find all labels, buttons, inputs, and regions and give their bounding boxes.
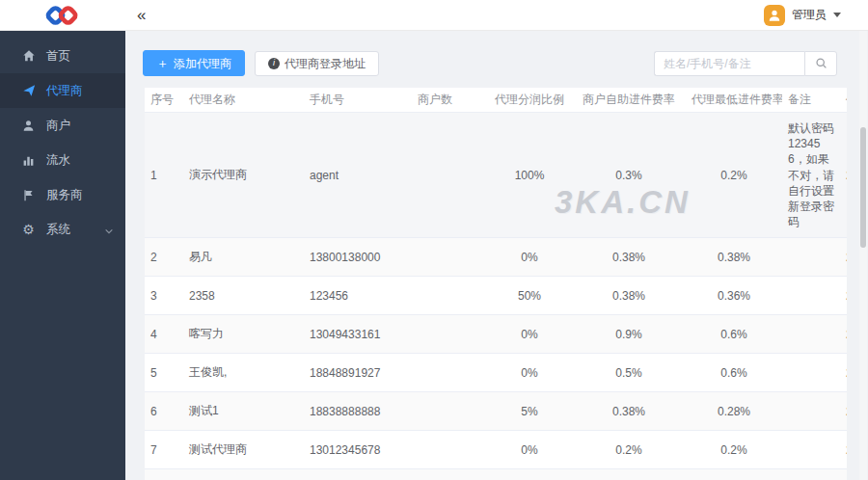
table-cell — [412, 238, 487, 277]
agent-login-address-label: 代理商登录地址 — [285, 58, 366, 69]
table-cell: 默认密码123456，如果不对，请自行设置新登录密码 — [782, 113, 840, 238]
toolbar: ＋ 添加代理商 i 代理商登录地址 — [125, 31, 868, 86]
add-agent-button[interactable]: ＋ 添加代理商 — [143, 50, 245, 76]
scrollbar-thumb[interactable] — [860, 127, 866, 248]
table-cell: 8 — [145, 469, 183, 480]
table-cell: 0% — [487, 238, 572, 277]
user-name: 管理员 — [792, 7, 827, 23]
search-button[interactable] — [804, 51, 837, 76]
sidebar-item-label: 商户 — [46, 118, 70, 134]
plus-icon: ＋ — [156, 57, 169, 69]
sidebar-item-label: 流水 — [46, 152, 70, 169]
column-header: 代理分润比例 — [487, 88, 572, 113]
table-cell: 喀写力 — [183, 315, 304, 354]
gear-icon: ⚙ — [21, 223, 36, 237]
sidebar-item-providers[interactable]: 服务商 — [0, 177, 125, 212]
table-cell: 0% — [487, 354, 572, 392]
sidebar-item-label: 代理商 — [46, 83, 83, 99]
table-row: 6测试1188388888885%0.38%0.28%2 — [145, 392, 847, 431]
table-cell: 0.28% — [686, 392, 782, 431]
sidebar-item-system[interactable]: ⚙ 系统 — [0, 212, 125, 247]
table-cell: 18838888888 — [304, 392, 412, 431]
table-cell — [412, 469, 487, 480]
table-cell: 5 — [145, 354, 183, 392]
table-cell: 2 — [145, 238, 183, 277]
table-cell: 123456789 — [304, 469, 412, 480]
table-row: 8哦哦1234567890%0.5%0.25%2 — [145, 469, 847, 480]
table-row: 1演示代理商agent100%0.3%0.2%默认密码123456，如果不对，请… — [145, 113, 847, 238]
table-cell — [782, 431, 840, 469]
user-menu[interactable]: 管理员 — [764, 5, 841, 26]
app-window: « 管理员 首页 代理商 — [0, 0, 868, 480]
sidebar-item-transactions[interactable]: 流水 — [0, 143, 125, 177]
table-cell: 0.2% — [686, 431, 782, 469]
table-cell: 演示代理商 — [183, 113, 304, 238]
table-cell — [412, 431, 487, 469]
table-cell: 0.5% — [572, 469, 686, 480]
sidebar-item-merchants[interactable]: 商户 — [0, 108, 125, 143]
column-header: 商户数 — [412, 88, 487, 113]
table-row: 3235812345650%0.38%0.36%2 — [145, 277, 847, 315]
search-icon — [815, 57, 827, 69]
table-cell: 0.5% — [572, 354, 686, 392]
user-icon — [21, 119, 36, 133]
table-cell: 2 — [840, 469, 847, 480]
table-cell — [412, 113, 487, 238]
column-header: 代理最低进件费率 — [686, 88, 782, 113]
table-cell: 2358 — [183, 277, 304, 315]
table-cell: 0.25% — [686, 469, 782, 480]
table-cell: 0% — [487, 469, 572, 480]
table-cell: 5% — [487, 392, 572, 431]
table-cell: 13049433161 — [304, 315, 412, 354]
table-cell — [412, 354, 487, 392]
table-row: 7测试代理商130123456780%0.2%0.2%2 — [145, 431, 847, 469]
table-row: 4喀写力130494331610%0.9%0.6%2 — [145, 315, 847, 354]
avatar — [764, 5, 785, 26]
sidebar-item-agents[interactable]: 代理商 — [0, 73, 125, 108]
table-cell: 2 — [840, 113, 847, 238]
table-body: 1演示代理商agent100%0.3%0.2%默认密码123456，如果不对，请… — [145, 113, 847, 480]
table-cell: 0% — [487, 431, 572, 469]
table-cell: 0.36% — [686, 277, 782, 315]
sidebar-collapse-icon[interactable]: « — [137, 7, 146, 23]
table-cell: 0.6% — [686, 354, 782, 392]
table-cell: 0.38% — [572, 277, 686, 315]
table-cell: 0.3% — [572, 113, 686, 238]
scrollbar-track[interactable] — [859, 31, 867, 480]
table-cell: 易凡 — [183, 238, 304, 277]
brand-logo-icon — [41, 2, 85, 29]
table-cell: 0.6% — [686, 315, 782, 354]
table-cell — [412, 315, 487, 354]
table-row: 2易凡138001380000%0.38%0.38%2 — [145, 238, 847, 277]
column-header: 序号 — [145, 88, 183, 113]
table-cell — [412, 277, 487, 315]
table-row: 5王俊凯,188488919270%0.5%0.6%2 — [145, 354, 847, 392]
table-cell: 0.38% — [572, 392, 686, 431]
table-cell — [782, 315, 840, 354]
table-cell: 13012345678 — [304, 431, 412, 469]
agents-table: 序号代理名称手机号商户数代理分润比例商户自助进件费率代理最低进件费率备注创建时间… — [145, 88, 847, 480]
table-cell: 0.9% — [572, 315, 686, 354]
sidebar-item-home[interactable]: 首页 — [0, 39, 125, 73]
chevron-down-icon — [104, 226, 114, 239]
column-header: 备注 — [782, 88, 840, 113]
chart-icon — [21, 153, 36, 168]
table-cell: 2 — [840, 315, 847, 354]
table-cell: 0.2% — [572, 431, 686, 469]
info-icon: i — [268, 58, 280, 69]
caret-down-icon — [833, 13, 841, 17]
column-header: 代理名称 — [183, 88, 304, 113]
search-input[interactable] — [654, 51, 804, 76]
logo — [0, 2, 125, 29]
table-cell: 100% — [487, 113, 572, 238]
table-cell: 2 — [840, 277, 847, 315]
sidebar-item-label: 首页 — [46, 48, 70, 65]
sidebar: 首页 代理商 商户 流水 服务商 ⚙ 系统 — [0, 31, 125, 480]
table-cell: 0.38% — [686, 238, 782, 277]
main-content: ＋ 添加代理商 i 代理商登录地址 — [125, 31, 868, 480]
table-cell: 2 — [840, 392, 847, 431]
table-cell — [782, 238, 840, 277]
table-cell: 0.2% — [686, 113, 782, 238]
agent-login-address-button[interactable]: i 代理商登录地址 — [255, 51, 379, 76]
table-header-row: 序号代理名称手机号商户数代理分润比例商户自助进件费率代理最低进件费率备注创建时间 — [145, 88, 847, 113]
